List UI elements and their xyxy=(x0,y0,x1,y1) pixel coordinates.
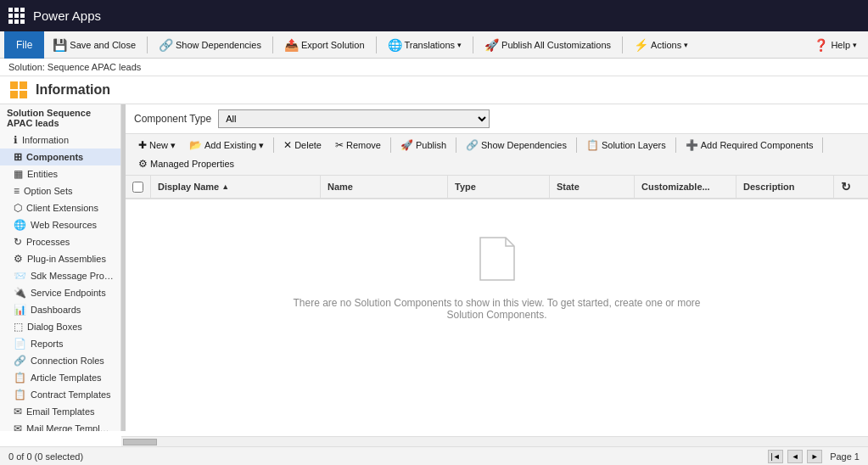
sidebar-icon-2: ▦ xyxy=(14,168,23,180)
sidebar-icon-13: 🔗 xyxy=(14,355,26,367)
managed-properties-button[interactable]: ⚙ Managed Properties xyxy=(132,155,240,172)
sidebar-item-4[interactable]: ⬡Client Extensions xyxy=(0,199,120,216)
empty-state-message: There are no Solution Components to show… xyxy=(285,297,709,321)
translations-button[interactable]: 🌐 Translations xyxy=(381,35,469,55)
page-next-button[interactable]: ► xyxy=(807,450,822,463)
page-prev-button[interactable]: ◄ xyxy=(787,450,803,463)
page-label: Page 1 xyxy=(830,451,860,462)
sidebar-item-17[interactable]: ✉Mail Merge Templates xyxy=(0,420,120,431)
sidebar-item-7[interactable]: ⚙Plug-in Assemblies xyxy=(0,250,120,267)
add-required-button[interactable]: ➕ Add Required Components xyxy=(680,137,820,154)
sidebar-label-13: Connection Roles xyxy=(31,356,104,366)
sidebar-item-0[interactable]: ℹInformation xyxy=(0,132,120,148)
sidebar-item-10[interactable]: 📊Dashboards xyxy=(0,301,120,318)
show-deps-button[interactable]: 🔗 Show Dependencies xyxy=(460,137,573,154)
sidebar-item-13[interactable]: 🔗Connection Roles xyxy=(0,352,120,369)
actions-button[interactable]: ⚡ Actions xyxy=(627,35,695,55)
sidebar-item-15[interactable]: 📋Contract Templates xyxy=(0,386,120,403)
help-button[interactable]: ❓ Help xyxy=(807,35,864,55)
sidebar-item-2[interactable]: ▦Entities xyxy=(0,165,120,182)
apps-grid-icon[interactable] xyxy=(8,8,25,24)
empty-state-icon xyxy=(476,233,518,284)
save-and-close-button[interactable]: 💾 Save and Close xyxy=(46,35,143,55)
component-type-select[interactable]: AllEntitiesOption SetsWeb ResourcesProce… xyxy=(218,109,490,128)
sidebar-label-11: Dialog Boxes xyxy=(27,322,82,332)
table-header: Display Name ▲ Name Type State Customiza… xyxy=(126,176,868,199)
delete-button[interactable]: ✕ Delete xyxy=(277,137,328,154)
sidebar-label-4: Client Extensions xyxy=(26,203,98,213)
pagination: |◄ ◄ ► Page 1 xyxy=(768,450,860,463)
col-description[interactable]: Description xyxy=(736,176,834,198)
sidebar-label-2: Entities xyxy=(27,169,58,179)
sidebar-item-11[interactable]: ⬚Dialog Boxes xyxy=(0,318,120,335)
sidebar-label-7: Plug-in Assemblies xyxy=(27,254,106,264)
sidebar-item-1[interactable]: ⊞Components xyxy=(0,148,120,165)
sidebar-icon-15: 📋 xyxy=(14,389,26,401)
sidebar-label-3: Option Sets xyxy=(24,186,72,196)
refresh-icon[interactable]: ↻ xyxy=(841,180,851,193)
sort-icon-display: ▲ xyxy=(221,182,229,191)
remove-button[interactable]: ✂ Remove xyxy=(329,137,387,154)
export-solution-button[interactable]: 📤 Export Solution xyxy=(277,35,372,55)
sidebar-label-15: Contract Templates xyxy=(31,389,111,400)
new-icon: ✚ xyxy=(138,139,147,151)
sidebar-icon-1: ⊞ xyxy=(14,151,22,163)
toolbar-separator-3 xyxy=(376,36,377,53)
publish-button[interactable]: 🚀 Publish xyxy=(395,137,452,154)
toolbar-separator-4 xyxy=(473,36,473,53)
sidebar-label-5: Web Resources xyxy=(31,220,97,230)
add-existing-button[interactable]: 📂 Add Existing ▾ xyxy=(183,137,270,154)
show-dependencies-button[interactable]: 🔗 Show Dependencies xyxy=(152,35,268,55)
new-button[interactable]: ✚ New ▾ xyxy=(132,137,182,154)
sidebar-item-16[interactable]: ✉Email Templates xyxy=(0,403,120,420)
scrollbar-thumb[interactable] xyxy=(123,439,157,445)
sidebar-label-10: Dashboards xyxy=(31,305,81,315)
toolbar-separator-5 xyxy=(622,36,623,53)
save-icon: 💾 xyxy=(53,38,67,52)
page-header-icon xyxy=(8,80,29,100)
status-bar: 0 of 0 (0 selected) |◄ ◄ ► Page 1 xyxy=(0,446,868,465)
sidebar-section-solution[interactable]: Solution Sequence APAC leads xyxy=(0,104,120,132)
page-first-button[interactable]: |◄ xyxy=(768,450,783,463)
sidebar-item-3[interactable]: ≡Option Sets xyxy=(0,182,120,199)
sidebar-item-12[interactable]: 📄Reports xyxy=(0,335,120,352)
sidebar-icon-12: 📄 xyxy=(14,338,26,350)
sidebar-icon-6: ↻ xyxy=(14,236,22,248)
sidebar-label-8: Sdk Message Processi... xyxy=(31,271,114,281)
col-type[interactable]: Type xyxy=(448,176,550,198)
sidebar-icon-5: 🌐 xyxy=(14,219,26,231)
publish-all-button[interactable]: 🚀 Publish All Customizations xyxy=(478,35,618,55)
ct-sep-3 xyxy=(456,137,456,153)
sidebar-label-1: Components xyxy=(26,152,83,162)
col-state[interactable]: State xyxy=(550,176,635,198)
ct-sep-1 xyxy=(273,137,274,153)
sidebar-item-8[interactable]: 📨Sdk Message Processi... xyxy=(0,267,120,284)
col-display-name[interactable]: Display Name ▲ xyxy=(151,176,321,198)
actions-icon: ⚡ xyxy=(634,38,648,52)
sidebar-item-5[interactable]: 🌐Web Resources xyxy=(0,216,120,233)
sidebar-item-6[interactable]: ↻Processes xyxy=(0,233,120,250)
page-title: Information xyxy=(36,82,110,98)
col-checkbox xyxy=(126,176,151,198)
horizontal-scrollbar[interactable] xyxy=(121,436,868,446)
sidebar-label-9: Service Endpoints xyxy=(31,288,106,298)
app-title: Power Apps xyxy=(33,8,101,23)
sidebar-label-12: Reports xyxy=(31,339,64,349)
page-header: Information xyxy=(0,76,868,104)
col-refresh[interactable]: ↻ xyxy=(834,176,868,198)
sidebar-icon-14: 📋 xyxy=(14,372,26,384)
sidebar-label-0: Information xyxy=(22,135,69,145)
new-dropdown-icon: ▾ xyxy=(171,140,176,151)
sidebar-icon-3: ≡ xyxy=(14,185,20,197)
sidebar-item-14[interactable]: 📋Article Templates xyxy=(0,369,120,386)
data-table: Display Name ▲ Name Type State Customiza… xyxy=(126,176,868,431)
file-button[interactable]: File xyxy=(4,31,44,59)
sidebar-icon-9: 🔌 xyxy=(14,287,26,299)
sidebar-item-9[interactable]: 🔌Service Endpoints xyxy=(0,284,120,301)
sidebar-label-6: Processes xyxy=(26,237,70,247)
col-customizable[interactable]: Customizable... xyxy=(635,176,736,198)
solution-layers-button[interactable]: 📋 Solution Layers xyxy=(580,137,672,154)
select-all-checkbox[interactable] xyxy=(132,182,143,193)
col-name[interactable]: Name xyxy=(321,176,448,198)
dependencies-icon: 🔗 xyxy=(159,38,173,52)
